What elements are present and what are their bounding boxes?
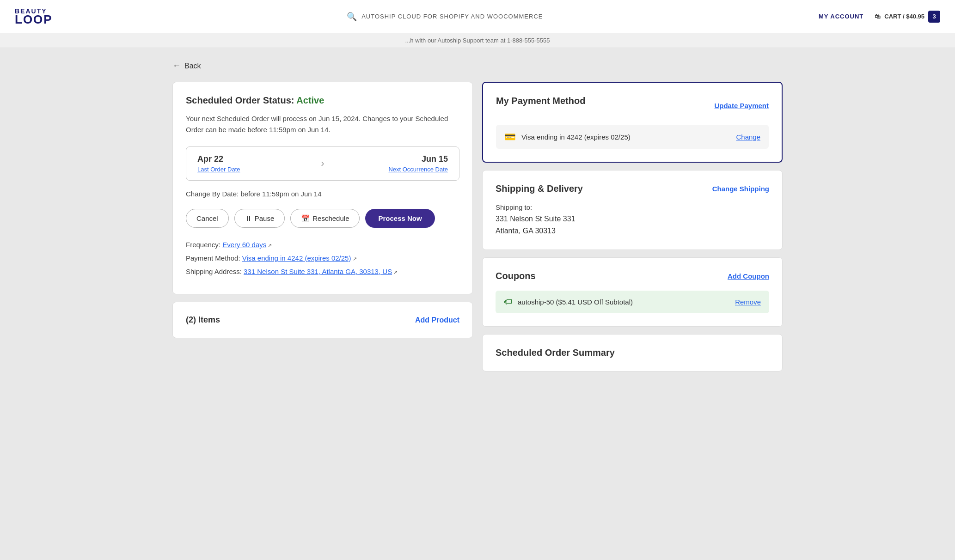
shipping-section-title: Shipping & Delivery: [496, 183, 583, 194]
shipping-to-label: Shipping to:: [496, 203, 769, 211]
payment-prefix: Payment Method:: [186, 254, 242, 262]
coupon-text: autoship-50 ($5.41 USD Off Subtotal): [518, 298, 729, 306]
shipping-delivery-card: Shipping & Delivery Change Shipping Ship…: [482, 170, 783, 250]
status-prefix: Scheduled Order Status:: [186, 95, 296, 105]
content-grid: Scheduled Order Status: Active Your next…: [172, 82, 783, 371]
back-arrow-icon: ←: [172, 61, 181, 71]
next-order-date: Jun 15: [334, 154, 448, 164]
items-count: (2) Items: [186, 315, 220, 325]
header-tagline: AUTOSHIP CLOUD FOR SHOPIFY AND WOOCOMMER…: [361, 13, 543, 20]
info-text: Your next Scheduled Order will process o…: [186, 113, 459, 135]
last-order-date: Apr 22: [197, 154, 312, 164]
left-panel: Scheduled Order Status: Active Your next…: [172, 82, 473, 338]
shipping-prefix: Shipping Address:: [186, 268, 244, 275]
payment-card-title: My Payment Method: [496, 96, 585, 106]
change-shipping-button[interactable]: Change Shipping: [712, 185, 769, 193]
shipping-address-line-2: Atlanta, GA 30313: [496, 225, 769, 237]
reschedule-button[interactable]: 📅 Reschedule: [290, 209, 360, 228]
frequency-prefix: Frequency:: [186, 241, 222, 249]
shipping-address-block: 331 Nelson St Suite 331 Atlanta, GA 3031…: [496, 213, 769, 237]
coupon-row: 🏷 autoship-50 ($5.41 USD Off Subtotal) R…: [496, 291, 769, 313]
add-product-button[interactable]: Add Product: [415, 316, 459, 324]
site-header: BEAUTY LOOP 🔍 AUTOSHIP CLOUD FOR SHOPIFY…: [0, 0, 955, 33]
logo[interactable]: BEAUTY LOOP: [15, 8, 53, 25]
shipping-value[interactable]: 331 Nelson St Suite 331, Atlanta GA, 303…: [244, 268, 392, 275]
payment-value[interactable]: Visa ending in 4242 (expires 02/25): [242, 254, 351, 262]
date-arrow-icon: ›: [312, 158, 333, 170]
order-status-card: Scheduled Order Status: Active Your next…: [172, 82, 473, 294]
add-coupon-button[interactable]: Add Coupon: [728, 272, 769, 280]
banner-text: ...h with our Autoship Support team at 1…: [405, 37, 550, 44]
update-payment-button[interactable]: Update Payment: [714, 102, 769, 110]
next-order-date-block: Jun 15 Next Occurrence Date: [334, 154, 448, 173]
frequency-line: Frequency: Every 60 days ↗: [186, 241, 459, 249]
payment-external-icon: ↗: [351, 256, 356, 262]
payment-card-header: My Payment Method Update Payment: [496, 96, 769, 116]
pause-icon: ⏸: [245, 214, 252, 222]
back-link[interactable]: ← Back: [172, 61, 783, 71]
coupons-section-title: Coupons: [496, 271, 536, 281]
shipping-address-line-1: 331 Nelson St Suite 331: [496, 213, 769, 225]
shipping-external-icon: ↗: [392, 269, 398, 275]
change-payment-link[interactable]: Change: [736, 133, 760, 141]
action-buttons: Cancel ⏸ Pause 📅 Reschedule Process Now: [186, 209, 459, 228]
items-card: (2) Items Add Product: [172, 302, 473, 338]
date-row: Apr 22 Last Order Date › Jun 15 Next Occ…: [186, 146, 459, 181]
logo-loop: LOOP: [15, 13, 53, 25]
cart-badge: 3: [928, 11, 940, 23]
cart-label: CART / $40.95: [884, 13, 924, 20]
shipping-card-header: Shipping & Delivery Change Shipping: [496, 183, 769, 194]
cart-info[interactable]: 🛍 CART / $40.95 3: [875, 11, 940, 23]
last-order-label[interactable]: Last Order Date: [197, 166, 312, 173]
visa-row: 💳 Visa ending in 4242 (expires 02/25) Ch…: [496, 125, 769, 149]
last-order-date-block: Apr 22 Last Order Date: [197, 154, 312, 173]
header-center: 🔍 AUTOSHIP CLOUD FOR SHOPIFY AND WOOCOMM…: [71, 12, 819, 22]
pause-button[interactable]: ⏸ Pause: [234, 209, 285, 228]
credit-card-icon: 💳: [504, 131, 516, 142]
reschedule-label: Reschedule: [312, 214, 349, 222]
cancel-button[interactable]: Cancel: [186, 209, 229, 228]
payment-method-card: My Payment Method Update Payment 💳 Visa …: [482, 82, 783, 163]
order-summary-card: Scheduled Order Summary: [482, 334, 783, 371]
status-line: Scheduled Order Status: Active: [186, 95, 459, 106]
change-by-date: Change By Date: before 11:59pm on Jun 14: [186, 190, 459, 198]
reschedule-icon: 📅: [301, 214, 310, 223]
right-panel: My Payment Method Update Payment 💳 Visa …: [482, 82, 783, 371]
banner: ...h with our Autoship Support team at 1…: [0, 33, 955, 48]
process-now-button[interactable]: Process Now: [365, 209, 435, 228]
main-content: ← Back Scheduled Order Status: Active Yo…: [154, 48, 801, 384]
coupons-card: Coupons Add Coupon 🏷 autoship-50 ($5.41 …: [482, 257, 783, 327]
coupon-tag-icon: 🏷: [504, 297, 512, 307]
search-icon[interactable]: 🔍: [347, 12, 357, 22]
summary-title: Scheduled Order Summary: [496, 347, 615, 358]
header-right: MY ACCOUNT 🛍 CART / $40.95 3: [819, 11, 940, 23]
frequency-value[interactable]: Every 60 days: [222, 241, 266, 249]
shipping-address-line: Shipping Address: 331 Nelson St Suite 33…: [186, 268, 459, 275]
back-label: Back: [184, 62, 201, 70]
cart-icon: 🛍: [875, 13, 881, 20]
items-header: (2) Items Add Product: [186, 315, 459, 325]
coupons-card-header: Coupons Add Coupon: [496, 271, 769, 281]
payment-method-line: Payment Method: Visa ending in 4242 (exp…: [186, 254, 459, 262]
status-value: Active: [296, 95, 324, 105]
remove-coupon-button[interactable]: Remove: [735, 298, 761, 306]
pause-label: Pause: [255, 214, 275, 222]
visa-text: Visa ending in 4242 (expires 02/25): [521, 133, 730, 141]
next-order-label[interactable]: Next Occurrence Date: [334, 166, 448, 173]
my-account-link[interactable]: MY ACCOUNT: [819, 13, 863, 20]
frequency-external-icon: ↗: [266, 243, 272, 248]
